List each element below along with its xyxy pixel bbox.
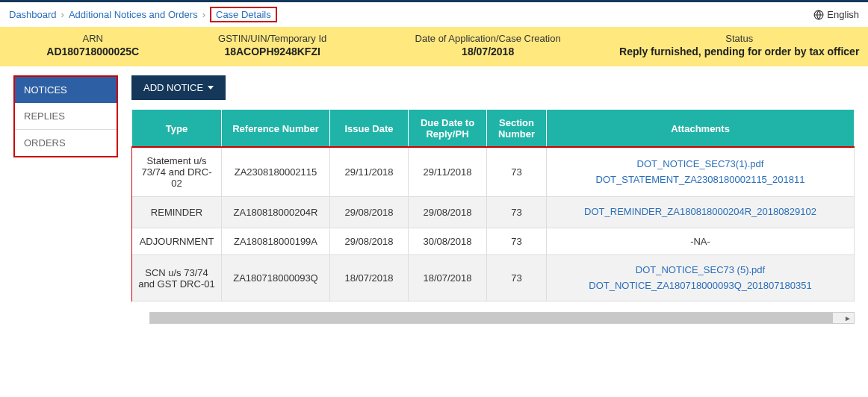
cell-type: Statement u/s 73/74 and DRC-02 bbox=[132, 148, 222, 197]
notices-table-wrap: Type Reference Number Issue Date Due Dat… bbox=[131, 109, 855, 301]
table-body: Statement u/s 73/74 and DRC-02ZA23081800… bbox=[132, 148, 855, 301]
cell-section: 73 bbox=[487, 148, 547, 197]
breadcrumb-additional-notices[interactable]: Additional Notices and Orders bbox=[69, 9, 198, 20]
table-row: SCN u/s 73/74 and GST DRC-01ZA1807180000… bbox=[132, 254, 855, 301]
cell-reference: ZA180818000199A bbox=[222, 228, 330, 254]
th-section: Section Number bbox=[487, 110, 547, 148]
content-area: NOTICES REPLIES ORDERS ADD NOTICE Type R… bbox=[0, 66, 868, 301]
cell-attachments: DOT_REMINDER_ZA180818000204R_20180829102 bbox=[547, 197, 855, 228]
status-label: Status bbox=[613, 33, 865, 44]
sidebar-item-notices[interactable]: NOTICES bbox=[15, 77, 117, 103]
gstin-label: GSTIN/UIN/Temporary Id bbox=[182, 33, 362, 44]
add-notice-label: ADD NOTICE bbox=[143, 82, 203, 93]
sidebar: NOTICES REPLIES ORDERS bbox=[13, 75, 118, 157]
date-value: 18/07/2018 bbox=[362, 46, 614, 57]
arn-value: AD180718000025C bbox=[3, 46, 182, 57]
cell-due-date: 29/11/2018 bbox=[409, 148, 487, 197]
summary-date: Date of Application/Case Creation 18/07/… bbox=[362, 33, 614, 57]
cell-due-date: 18/07/2018 bbox=[409, 254, 487, 301]
sidebar-item-orders[interactable]: ORDERS bbox=[15, 130, 117, 156]
cell-issue-date: 18/07/2018 bbox=[330, 254, 409, 301]
table-row: Statement u/s 73/74 and DRC-02ZA23081800… bbox=[132, 148, 855, 197]
cell-due-date: 30/08/2018 bbox=[409, 228, 487, 254]
table-header-row: Type Reference Number Issue Date Due Dat… bbox=[132, 110, 855, 148]
caret-down-icon bbox=[208, 86, 214, 90]
arn-label: ARN bbox=[3, 33, 182, 44]
breadcrumb-dashboard[interactable]: Dashboard bbox=[9, 9, 57, 20]
th-type: Type bbox=[132, 110, 222, 148]
status-value: Reply furnished, pending for order by ta… bbox=[613, 46, 865, 57]
cell-reference: ZA180718000093Q bbox=[222, 254, 330, 301]
add-notice-button[interactable]: ADD NOTICE bbox=[131, 75, 226, 100]
cell-type: REMINDER bbox=[132, 197, 222, 228]
th-reference: Reference Number bbox=[222, 110, 330, 148]
language-label: English bbox=[827, 9, 859, 20]
breadcrumb: Dashboard › Additional Notices and Order… bbox=[0, 0, 868, 27]
th-due-date: Due Date to Reply/PH bbox=[409, 110, 487, 148]
cell-issue-date: 29/11/2018 bbox=[330, 148, 409, 197]
attachment-link[interactable]: DOT_STATEMENT_ZA2308180002115_201811 bbox=[553, 172, 848, 188]
summary-arn: ARN AD180718000025C bbox=[3, 33, 182, 57]
cell-due-date: 29/08/2018 bbox=[409, 197, 487, 228]
cell-issue-date: 29/08/2018 bbox=[330, 197, 409, 228]
breadcrumb-items: Dashboard › Additional Notices and Order… bbox=[9, 7, 277, 22]
cell-section: 73 bbox=[487, 228, 547, 254]
cell-section: 73 bbox=[487, 254, 547, 301]
cell-section: 73 bbox=[487, 197, 547, 228]
cell-attachments: -NA- bbox=[547, 228, 855, 254]
breadcrumb-sep: › bbox=[202, 9, 205, 20]
table-row: ADJOURNMENTZA180818000199A29/08/201830/0… bbox=[132, 228, 855, 254]
attachment-link[interactable]: DOT_NOTICE_ZA180718000093Q_201807180351 bbox=[553, 278, 848, 294]
main-panel: ADD NOTICE Type Reference Number Issue D… bbox=[131, 75, 855, 301]
horizontal-scrollbar[interactable]: ◄ ► bbox=[149, 312, 855, 324]
breadcrumb-sep: › bbox=[61, 9, 64, 20]
cell-issue-date: 29/08/2018 bbox=[330, 228, 409, 254]
th-attachments: Attachments bbox=[547, 110, 855, 148]
notices-table: Type Reference Number Issue Date Due Dat… bbox=[131, 109, 855, 301]
th-issue-date: Issue Date bbox=[330, 110, 409, 148]
breadcrumb-case-details: Case Details bbox=[210, 7, 277, 22]
language-selector[interactable]: English bbox=[813, 9, 859, 20]
table-row: REMINDERZA180818000204R29/08/201829/08/2… bbox=[132, 197, 855, 228]
attachment-link[interactable]: DOT_REMINDER_ZA180818000204R_20180829102 bbox=[553, 204, 848, 220]
cell-attachments: DOT_NOTICE_SEC73 (5).pdfDOT_NOTICE_ZA180… bbox=[547, 254, 855, 301]
cell-type: ADJOURNMENT bbox=[132, 228, 222, 254]
scroll-thumb[interactable] bbox=[150, 313, 833, 323]
globe-icon bbox=[813, 10, 824, 20]
attachment-link[interactable]: DOT_NOTICE_SEC73 (5).pdf bbox=[553, 263, 848, 278]
attachment-na: -NA- bbox=[690, 236, 710, 247]
cell-reference: ZA180818000204R bbox=[222, 197, 330, 228]
gstin-value: 18ACOPH9248KFZI bbox=[182, 46, 362, 57]
cell-type: SCN u/s 73/74 and GST DRC-01 bbox=[132, 254, 222, 301]
summary-status: Status Reply furnished, pending for orde… bbox=[613, 33, 865, 57]
summary-gstin: GSTIN/UIN/Temporary Id 18ACOPH9248KFZI bbox=[182, 33, 362, 57]
case-summary-bar: ARN AD180718000025C GSTIN/UIN/Temporary … bbox=[0, 27, 868, 66]
scroll-right-arrow-icon[interactable]: ► bbox=[842, 313, 854, 323]
sidebar-item-replies[interactable]: REPLIES bbox=[15, 103, 117, 130]
date-label: Date of Application/Case Creation bbox=[362, 33, 614, 44]
cell-attachments: DOT_NOTICE_SEC73(1).pdfDOT_STATEMENT_ZA2… bbox=[547, 148, 855, 197]
attachment-link[interactable]: DOT_NOTICE_SEC73(1).pdf bbox=[553, 157, 848, 172]
cell-reference: ZA2308180002115 bbox=[222, 148, 330, 197]
